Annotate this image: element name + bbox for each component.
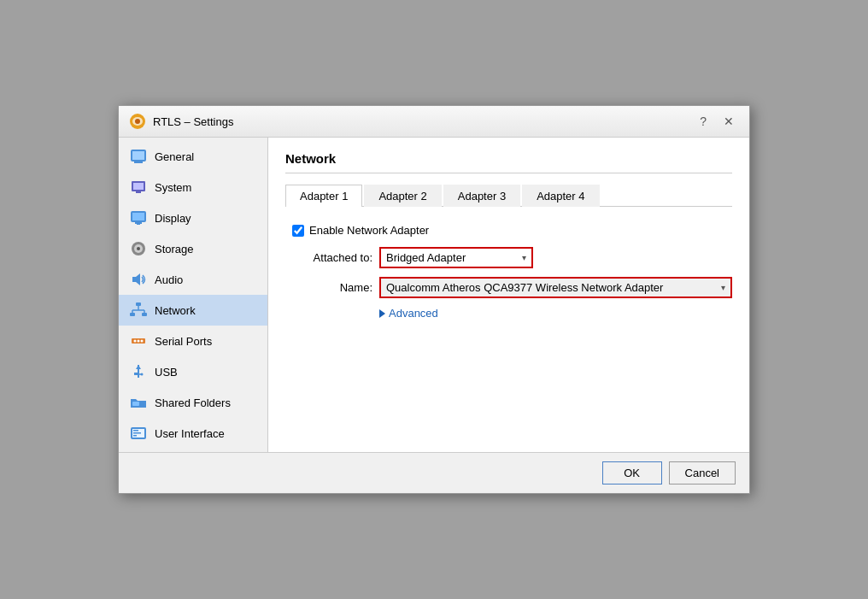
name-control: Qualcomm Atheros QCA9377 Wireless Networ… bbox=[379, 277, 732, 298]
form-area: Enable Network Adapter Attached to: Brid… bbox=[285, 220, 732, 323]
title-bar: RTLS – Settings ? ✕ bbox=[119, 106, 749, 138]
svg-marker-29 bbox=[136, 365, 141, 369]
ok-button[interactable]: OK bbox=[602, 461, 662, 484]
svg-rect-38 bbox=[133, 435, 137, 437]
sidebar-label-general: General bbox=[155, 150, 194, 163]
svg-point-15 bbox=[137, 247, 140, 250]
help-button[interactable]: ? bbox=[695, 113, 712, 130]
network-icon bbox=[129, 301, 148, 320]
attached-to-value: Bridged Adapter bbox=[386, 251, 466, 264]
adapter-tabs: Adapter 1 Adapter 2 Adapter 3 Adapter 4 bbox=[285, 184, 732, 207]
user-interface-icon bbox=[129, 424, 148, 443]
sidebar: General System bbox=[119, 138, 268, 452]
sidebar-item-shared-folders[interactable]: Shared Folders bbox=[119, 387, 267, 418]
tab-adapter-3[interactable]: Adapter 3 bbox=[443, 185, 520, 207]
sidebar-item-network[interactable]: Network bbox=[119, 295, 267, 326]
sidebar-label-serial-ports: Serial Ports bbox=[155, 335, 212, 348]
section-title: Network bbox=[285, 151, 732, 173]
sidebar-label-network: Network bbox=[155, 304, 196, 317]
sidebar-label-user-interface: User Interface bbox=[155, 427, 225, 440]
close-button[interactable]: ✕ bbox=[718, 113, 739, 130]
svg-rect-30 bbox=[134, 373, 138, 375]
name-select[interactable]: Qualcomm Atheros QCA9377 Wireless Networ… bbox=[379, 277, 732, 298]
system-icon bbox=[129, 178, 148, 197]
attached-to-control: Bridged Adapter ▾ bbox=[379, 247, 732, 268]
svg-rect-10 bbox=[132, 213, 144, 220]
svg-rect-4 bbox=[132, 151, 144, 160]
sidebar-item-user-interface[interactable]: User Interface bbox=[119, 418, 267, 449]
window-title: RTLS – Settings bbox=[153, 115, 233, 128]
sidebar-label-system: System bbox=[155, 181, 191, 194]
attached-to-label: Attached to: bbox=[285, 251, 379, 264]
sidebar-item-usb[interactable]: USB bbox=[119, 356, 267, 387]
enable-network-adapter-checkbox[interactable] bbox=[292, 225, 304, 237]
sidebar-item-storage[interactable]: Storage bbox=[119, 233, 267, 264]
usb-icon bbox=[129, 362, 148, 381]
name-label: Name: bbox=[285, 281, 379, 294]
svg-rect-17 bbox=[136, 302, 141, 306]
dialog-window: RTLS – Settings ? ✕ General bbox=[118, 105, 750, 494]
svg-rect-36 bbox=[133, 430, 138, 432]
sidebar-label-usb: USB bbox=[155, 366, 178, 379]
svg-rect-18 bbox=[130, 313, 135, 316]
sidebar-item-display[interactable]: Display bbox=[119, 203, 267, 233]
svg-point-32 bbox=[141, 373, 144, 376]
advanced-row[interactable]: Advanced bbox=[379, 307, 732, 320]
sidebar-item-serial-ports[interactable]: Serial Ports bbox=[119, 326, 267, 356]
svg-point-27 bbox=[141, 340, 144, 343]
svg-rect-19 bbox=[142, 313, 147, 316]
audio-icon bbox=[129, 270, 148, 289]
sidebar-item-system[interactable]: System bbox=[119, 172, 267, 203]
svg-rect-7 bbox=[133, 183, 144, 190]
svg-rect-11 bbox=[135, 222, 142, 224]
shared-folders-icon bbox=[129, 393, 148, 412]
svg-rect-8 bbox=[136, 191, 141, 193]
attached-to-select[interactable]: Bridged Adapter ▾ bbox=[379, 247, 533, 268]
name-value: Qualcomm Atheros QCA9377 Wireless Networ… bbox=[386, 281, 663, 294]
storage-icon bbox=[129, 239, 148, 258]
title-bar-controls: ? ✕ bbox=[695, 113, 739, 130]
svg-rect-37 bbox=[133, 432, 141, 434]
sidebar-item-general[interactable]: General bbox=[119, 141, 267, 172]
dialog-footer: OK Cancel bbox=[119, 452, 749, 493]
title-bar-left: RTLS – Settings bbox=[129, 113, 233, 130]
enable-checkbox-label[interactable]: Enable Network Adapter bbox=[309, 224, 429, 237]
attached-to-chevron: ▾ bbox=[522, 253, 526, 262]
svg-rect-12 bbox=[137, 224, 140, 225]
tab-adapter-1[interactable]: Adapter 1 bbox=[285, 185, 362, 207]
display-icon bbox=[129, 208, 148, 227]
sidebar-label-display: Display bbox=[155, 212, 191, 225]
general-icon bbox=[129, 147, 148, 166]
name-chevron: ▾ bbox=[721, 283, 725, 292]
attached-to-row: Attached to: Bridged Adapter ▾ bbox=[285, 247, 732, 268]
svg-point-2 bbox=[135, 119, 140, 124]
serial-ports-icon bbox=[129, 332, 148, 350]
svg-marker-16 bbox=[132, 273, 140, 285]
enable-checkbox-row: Enable Network Adapter bbox=[292, 224, 732, 237]
sidebar-label-audio: Audio bbox=[155, 273, 183, 286]
tab-adapter-2[interactable]: Adapter 2 bbox=[364, 185, 441, 207]
sidebar-label-shared-folders: Shared Folders bbox=[155, 396, 231, 409]
svg-rect-33 bbox=[132, 402, 139, 406]
sidebar-item-audio[interactable]: Audio bbox=[119, 264, 267, 295]
svg-rect-5 bbox=[134, 161, 143, 163]
main-panel: Network Adapter 1 Adapter 2 Adapter 3 Ad… bbox=[268, 138, 749, 452]
advanced-label: Advanced bbox=[389, 307, 438, 320]
app-icon bbox=[129, 113, 146, 130]
cancel-button[interactable]: Cancel bbox=[669, 461, 736, 484]
svg-point-26 bbox=[138, 340, 140, 343]
svg-point-25 bbox=[134, 340, 137, 343]
dialog-body: General System bbox=[119, 138, 749, 452]
sidebar-label-storage: Storage bbox=[155, 243, 194, 255]
advanced-triangle-icon bbox=[379, 309, 385, 318]
tab-adapter-4[interactable]: Adapter 4 bbox=[522, 185, 599, 207]
name-row: Name: Qualcomm Atheros QCA9377 Wireless … bbox=[285, 277, 732, 298]
